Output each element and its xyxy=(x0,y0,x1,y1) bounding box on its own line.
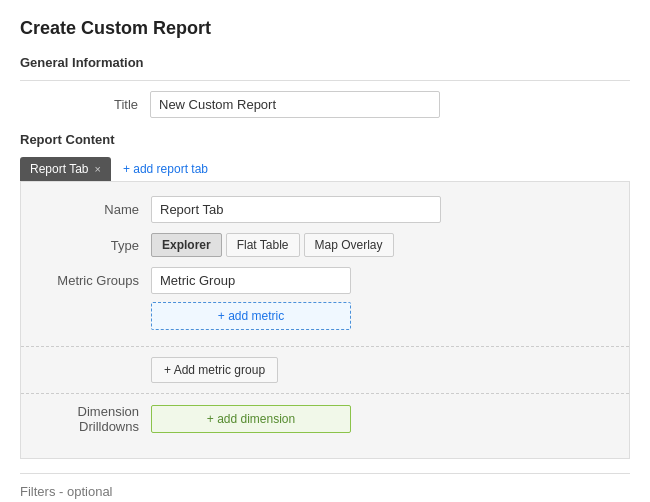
add-metric-group-button[interactable]: + Add metric group xyxy=(151,357,278,383)
add-report-tab-link[interactable]: + add report tab xyxy=(123,162,208,176)
page-title: Create Custom Report xyxy=(20,18,630,39)
metric-groups-row: Metric Groups + add metric xyxy=(21,267,629,336)
general-info-divider xyxy=(20,80,630,81)
type-explorer-button[interactable]: Explorer xyxy=(151,233,222,257)
general-information-section: General Information Title xyxy=(20,55,630,118)
page-container: Create Custom Report General Information… xyxy=(0,0,650,502)
dimension-drilldowns-row: Dimension Drilldowns + add dimension xyxy=(21,393,629,444)
name-label: Name xyxy=(21,202,151,217)
add-metric-group-row: + Add metric group xyxy=(21,346,629,393)
type-map-overlay-button[interactable]: Map Overlay xyxy=(304,233,394,257)
filters-section: Filters - optional + add filter xyxy=(20,473,630,502)
title-label: Title xyxy=(20,97,150,112)
tab-content-area: Name Type Explorer Flat Table Map Overla… xyxy=(20,182,630,459)
type-buttons-group: Explorer Flat Table Map Overlay xyxy=(151,233,394,257)
metric-group-input[interactable] xyxy=(151,267,351,294)
name-row: Name xyxy=(21,196,629,223)
type-row: Type Explorer Flat Table Map Overlay xyxy=(21,233,629,257)
filters-optional-label: - optional xyxy=(59,484,112,499)
general-information-label: General Information xyxy=(20,55,630,70)
type-flat-table-button[interactable]: Flat Table xyxy=(226,233,300,257)
filters-title: Filters - optional xyxy=(20,484,630,499)
add-metric-button[interactable]: + add metric xyxy=(151,302,351,330)
dimension-drilldowns-label: Dimension Drilldowns xyxy=(21,404,151,434)
title-row: Title xyxy=(20,91,630,118)
filters-label: Filters xyxy=(20,484,55,499)
metric-groups-label: Metric Groups xyxy=(21,267,151,288)
tabs-row: Report Tab × + add report tab xyxy=(20,157,630,182)
type-label: Type xyxy=(21,238,151,253)
tab-label: Report Tab xyxy=(30,162,88,176)
report-content-label: Report Content xyxy=(20,132,630,147)
metric-groups-content: + add metric xyxy=(151,267,351,330)
name-input[interactable] xyxy=(151,196,441,223)
tab-close-icon[interactable]: × xyxy=(94,163,100,175)
report-content-section: Report Content Report Tab × + add report… xyxy=(20,132,630,459)
report-tab[interactable]: Report Tab × xyxy=(20,157,111,181)
add-dimension-button[interactable]: + add dimension xyxy=(151,405,351,433)
title-input[interactable] xyxy=(150,91,440,118)
